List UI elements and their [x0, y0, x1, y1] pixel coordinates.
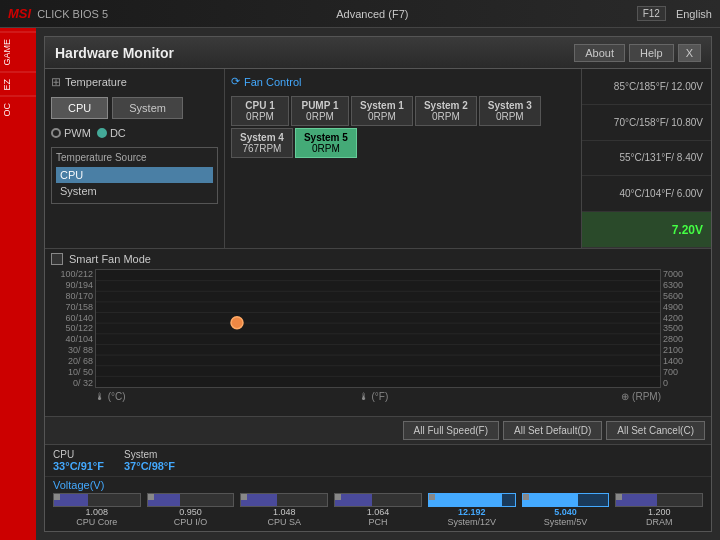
voltage-fill-sys5v [523, 494, 579, 506]
voltage-section-title: Voltage(V) [53, 479, 703, 491]
language-label[interactable]: English [676, 8, 712, 20]
voltage-level-2: 70°C/158°F/ 10.80V [582, 105, 711, 141]
voltage-name-pch: PCH [369, 517, 388, 527]
pwm-radio[interactable]: PWM [51, 127, 91, 139]
voltage-indicator-cpu-sa [241, 494, 247, 500]
fan-grid: CPU 1 0RPM PUMP 1 0RPM System 1 0RPM S [231, 96, 575, 158]
voltage-bar-cpu-core: 1.008 CPU Core [53, 493, 141, 527]
voltage-value-cpu-core: 1.008 [86, 507, 109, 517]
voltage-bar-cpu-sa: 1.048 CPU SA [240, 493, 328, 527]
voltage-track-pch [334, 493, 422, 507]
temp-c-indicator: 🌡 (°C) [95, 391, 126, 402]
fan-panel-title: Fan Control [244, 76, 301, 88]
y-label-6: 40/104 [51, 334, 93, 344]
mode-label[interactable]: Advanced (F7) [336, 8, 408, 20]
temp-source-box: Temperature Source CPU System [51, 147, 218, 204]
close-button[interactable]: X [678, 44, 701, 62]
temp-panel-title: Temperature [65, 76, 127, 88]
pwm-dc-row: PWM DC [51, 127, 218, 139]
fan-sys4-rpm: 767RPM [240, 143, 284, 154]
bottom-controls: All Full Speed(F) All Set Default(D) All… [45, 417, 711, 445]
fan-cell-sys1[interactable]: System 1 0RPM [351, 96, 413, 126]
voltage-indicator-dram [616, 494, 622, 500]
y-label-2: 80/170 [51, 291, 93, 301]
fan-cell-pump1[interactable]: PUMP 1 0RPM [291, 96, 349, 126]
system-temp-value: 37°C/98°F [124, 460, 175, 472]
control-point[interactable] [231, 317, 243, 329]
voltage-name-sys12v: System/12V [447, 517, 496, 527]
msi-logo: MSI [8, 6, 31, 21]
fan-sys3-name: System 3 [488, 100, 532, 111]
pwm-label: PWM [64, 127, 91, 139]
voltage-name-sys5v: System/5V [544, 517, 588, 527]
voltage-indicator-pch [335, 494, 341, 500]
fan-sys1-rpm: 0RPM [360, 111, 404, 122]
y-label-1: 90/194 [51, 280, 93, 290]
voltage-fill-dram [616, 494, 657, 506]
fan-pump1-name: PUMP 1 [300, 100, 340, 111]
y-right-label-10: 0 [663, 378, 705, 388]
f12-badge[interactable]: F12 [637, 6, 666, 21]
fan-sys2-rpm: 0RPM [424, 111, 468, 122]
voltage-track-cpu-core [53, 493, 141, 507]
temp-source-cpu[interactable]: CPU [56, 167, 213, 183]
y-right-label-4: 4200 [663, 313, 705, 323]
voltage-value-cpu-io: 0.950 [179, 507, 202, 517]
chart-left: Smart Fan Mode 100/212 90/194 80/170 70/… [45, 249, 711, 416]
smart-fan-checkbox[interactable] [51, 253, 63, 265]
rpm-indicator: ⊕ (RPM) [621, 391, 661, 402]
fan-pump1-rpm: 0RPM [300, 111, 340, 122]
cpu-status: CPU 33°C/91°F [53, 449, 104, 472]
voltage-bar-sys5v: 5.040 System/5V [522, 493, 610, 527]
cpu-button[interactable]: CPU [51, 97, 108, 119]
dc-radio-dot [97, 128, 107, 138]
top-section: ⊞ Temperature CPU System PWM [45, 69, 711, 249]
y-right-label-9: 700 [663, 367, 705, 377]
all-full-speed-button[interactable]: All Full Speed(F) [403, 421, 499, 440]
y-label-4: 60/140 [51, 313, 93, 323]
voltage-name-cpu-core: CPU Core [76, 517, 117, 527]
smart-fan-row: Smart Fan Mode [51, 253, 705, 265]
voltage-bars: 1.008 CPU Core 0.950 CPU I/O [53, 493, 703, 527]
top-bar-center: Advanced (F7) [336, 8, 408, 20]
y-right-label-2: 5600 [663, 291, 705, 301]
fan-chart[interactable] [95, 269, 661, 388]
help-button[interactable]: Help [629, 44, 674, 62]
y-label-0: 100/212 [51, 269, 93, 279]
hw-monitor-window: Hardware Monitor About Help X ⊞ Temperat… [44, 36, 712, 532]
click-bios-label: CLICK BIOS 5 [37, 8, 108, 20]
voltage-section: Voltage(V) 1.008 CPU Core [45, 477, 711, 531]
sidebar-tab-ez[interactable]: EZ [0, 72, 36, 97]
y-right-label-8: 1400 [663, 356, 705, 366]
about-button[interactable]: About [574, 44, 625, 62]
y-right-label-5: 3500 [663, 323, 705, 333]
system-status: System 37°C/98°F [124, 449, 175, 472]
voltage-name-dram: DRAM [646, 517, 673, 527]
fan-cell-sys4[interactable]: System 4 767RPM [231, 128, 293, 158]
dc-radio[interactable]: DC [97, 127, 126, 139]
fan-cpu1-name: CPU 1 [240, 100, 280, 111]
y-right-label-1: 6300 [663, 280, 705, 290]
system-button[interactable]: System [112, 97, 183, 119]
sidebar-tab-game[interactable]: GAME [0, 32, 36, 72]
all-set-default-button[interactable]: All Set Default(D) [503, 421, 602, 440]
fan-sys2-name: System 2 [424, 100, 468, 111]
sidebar-tab-oc[interactable]: OC [0, 96, 36, 123]
all-set-cancel-button[interactable]: All Set Cancel(C) [606, 421, 705, 440]
y-right-label-7: 2100 [663, 345, 705, 355]
top-bar-right: F12 English [637, 6, 712, 21]
fan-cell-sys2[interactable]: System 2 0RPM [415, 96, 477, 126]
fan-cell-sys3[interactable]: System 3 0RPM [479, 96, 541, 126]
fan-cell-cpu1[interactable]: CPU 1 0RPM [231, 96, 289, 126]
hw-title: Hardware Monitor [55, 45, 174, 61]
fan-sys5-name: System 5 [304, 132, 348, 143]
voltage-value-sys12v: 12.192 [458, 507, 486, 517]
voltage-bar-cpu-io: 0.950 CPU I/O [147, 493, 235, 527]
smart-fan-label: Smart Fan Mode [69, 253, 151, 265]
temp-source-system[interactable]: System [56, 183, 213, 199]
current-voltage: 7.20V [582, 212, 711, 248]
fan-cell-sys5[interactable]: System 5 0RPM [295, 128, 357, 158]
voltage-name-cpu-sa: CPU SA [268, 517, 302, 527]
fan-panel: ⟳ Fan Control CPU 1 0RPM PUMP 1 0RPM [225, 69, 581, 248]
voltage-bar-sys12v: 12.192 System/12V [428, 493, 516, 527]
